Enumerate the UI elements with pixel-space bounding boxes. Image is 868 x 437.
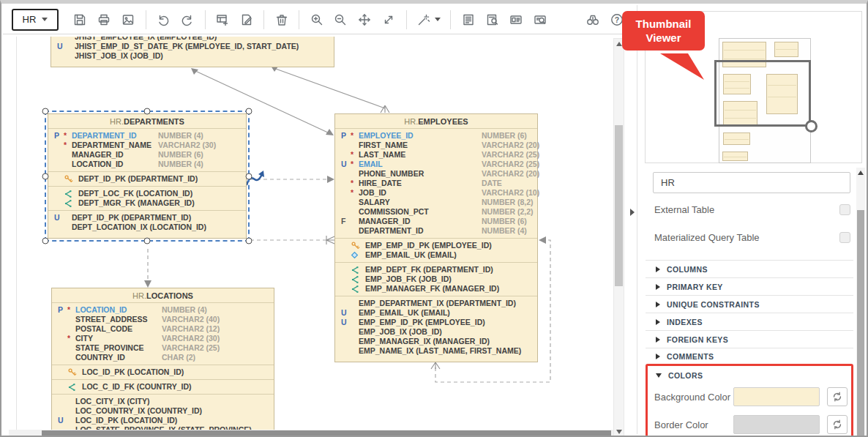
column-row[interactable]: P*LOCATION_IDNUMBER (4) — [58, 305, 271, 315]
table-name-input[interactable] — [653, 172, 850, 193]
column-row[interactable]: LOCATION_IDNUMBER (4) — [54, 160, 243, 169]
selection-handle[interactable] — [42, 108, 49, 115]
index-row[interactable]: EMP_MANAGER_IX (MANAGER_ID) — [341, 337, 534, 346]
index-row[interactable]: LOC_STATE_PROVINCE_IX (STATE_PROVINCE) — [58, 425, 271, 430]
card-view-button[interactable] — [506, 9, 526, 31]
schema-select[interactable]: HR — [12, 9, 59, 31]
diagram-canvas[interactable]: JHIST_EMPLOYEE_IX (EMPLOYEE_ID)UJHIST_EM… — [7, 37, 613, 430]
zoom-out-button[interactable] — [331, 9, 351, 31]
border-color-reset-button[interactable] — [827, 415, 848, 434]
card-search-button[interactable] — [531, 9, 550, 31]
redo-button[interactable] — [178, 9, 198, 31]
pan-fit-button[interactable] — [355, 9, 375, 31]
thumbnail-viewport-rect[interactable] — [714, 60, 811, 127]
index-row[interactable]: JHIST_JOB_IX (JOB_ID) — [57, 51, 331, 61]
print-button[interactable] — [94, 9, 114, 31]
key-row[interactable]: LOC_C_ID_FK (COUNTRY_ID) — [58, 382, 271, 392]
table-locations[interactable]: HR.LOCATIONSP*LOCATION_IDNUMBER (4)STREE… — [51, 288, 274, 430]
external-table-checkbox[interactable] — [839, 204, 850, 215]
thumbnail-viewport-resize-handle[interactable] — [805, 120, 818, 132]
selection-handle[interactable] — [42, 238, 49, 244]
key-row[interactable]: DEPT_ID_PK (DEPARTMENT_ID) — [54, 174, 243, 184]
save-button[interactable] — [70, 9, 90, 31]
zoom-in-button[interactable] — [307, 9, 326, 31]
index-row[interactable]: UJHIST_EMP_ID_ST_DATE_PK (EMPLOYEE_ID, S… — [57, 42, 331, 51]
index-row[interactable]: JHIST_EMPLOYEE_IX (EMPLOYEE_ID) — [57, 37, 331, 42]
add-table-button[interactable] — [212, 9, 232, 31]
column-row[interactable]: PHONE_NUMBERVARCHAR2 (20) — [341, 169, 534, 179]
index-row[interactable]: LOC_CITY_IX (CITY) — [58, 397, 271, 406]
section-columns[interactable]: COLUMNS — [646, 260, 853, 277]
section-comments[interactable]: COMMENTS — [646, 348, 853, 365]
index-row[interactable]: UEMP_EMP_ID_PK (EMPLOYEE_ID) — [341, 318, 534, 327]
key-row[interactable]: EMP_EMAIL_UK (EMAIL) — [341, 250, 534, 260]
background-color-reset-button[interactable] — [827, 387, 848, 406]
column-row[interactable]: *DEPARTMENT_NAMEVARCHAR2 (30) — [54, 141, 243, 150]
scroll-up-arrow-icon[interactable] — [616, 42, 622, 46]
key-row[interactable]: EMP_MANAGER_FK (MANAGER_ID) — [341, 284, 534, 294]
resize-diagonal-button[interactable] — [379, 9, 399, 31]
selection-handle[interactable] — [246, 108, 252, 115]
scroll-down-arrow-icon[interactable] — [616, 430, 622, 434]
section-foreign-keys[interactable]: FOREIGN KEYS — [646, 330, 853, 348]
column-row[interactable]: SALARYNUMBER (8,2) — [341, 198, 534, 207]
key-row[interactable]: EMP_EMP_ID_PK (EMPLOYEE_ID) — [341, 241, 534, 250]
column-row[interactable]: POSTAL_CODEVARCHAR2 (12) — [58, 324, 271, 334]
background-color-swatch[interactable] — [733, 387, 820, 406]
column-row[interactable]: *HIRE_DATEDATE — [341, 179, 534, 188]
find-button[interactable] — [583, 9, 602, 31]
key-row[interactable]: EMP_DEPT_FK (DEPARTMENT_ID) — [341, 265, 534, 274]
index-row[interactable]: EMP_DEPARTMENT_IX (DEPARTMENT_ID) — [341, 299, 534, 308]
column-row[interactable]: COMMISSION_PCTNUMBER (2,2) — [341, 207, 534, 217]
key-row[interactable]: LOC_ID_PK (LOCATION_ID) — [58, 367, 271, 377]
index-row[interactable]: EMP_NAME_IX (LAST_NAME, FIRST_NAME) — [341, 346, 534, 356]
table-employees[interactable]: HR.EMPLOYEESP*EMPLOYEE_IDNUMBER (6)FIRST… — [334, 113, 538, 362]
column-row[interactable]: *JOB_IDVARCHAR2 (10) — [341, 188, 534, 198]
table-header[interactable]: HR.EMPLOYEES — [335, 114, 537, 129]
undo-button[interactable] — [154, 9, 173, 31]
column-row[interactable]: STATE_PROVINCEVARCHAR2 (25) — [58, 343, 271, 353]
selection-handle[interactable] — [42, 173, 49, 179]
selection-handle[interactable] — [246, 238, 252, 244]
help-button[interactable]: ? — [607, 9, 626, 31]
index-row[interactable]: EMP_JOB_IX (JOB_ID) — [341, 327, 534, 337]
section-unique-constraints[interactable]: UNIQUE CONSTRAINTS — [646, 295, 853, 313]
table-header[interactable]: HR.LOCATIONS — [52, 288, 274, 303]
sidebar-scroll-thumb[interactable] — [857, 210, 864, 436]
export-image-button[interactable] — [119, 9, 138, 31]
splitter-collapse-icon[interactable] — [630, 209, 635, 216]
report-search-button[interactable] — [482, 9, 502, 31]
index-row[interactable]: ULOC_ID_PK (LOCATION_ID) — [58, 416, 271, 425]
magic-wand-button[interactable] — [414, 9, 444, 31]
table-departments[interactable]: HR.DEPARTMENTSP*DEPARTMENT_IDNUMBER (4)*… — [48, 113, 247, 239]
border-color-swatch[interactable] — [733, 415, 820, 434]
panel-splitter[interactable] — [637, 5, 637, 434]
edit-document-button[interactable] — [236, 9, 256, 31]
table-job-history-partial[interactable]: JHIST_EMPLOYEE_IX (EMPLOYEE_ID)UJHIST_EM… — [50, 37, 334, 67]
selection-handle[interactable] — [144, 238, 151, 244]
column-row[interactable]: STREET_ADDRESSVARCHAR2 (40) — [58, 315, 271, 324]
section-indexes[interactable]: INDEXES — [646, 313, 853, 330]
column-row[interactable]: COUNTRY_IDCHAR (2) — [58, 353, 271, 362]
key-row[interactable]: DEPT_LOC_FK (LOCATION_ID) — [54, 189, 243, 198]
index-row[interactable]: DEPT_LOCATION_IX (LOCATION_ID) — [54, 223, 243, 232]
scroll-up-arrow-icon[interactable] — [858, 171, 864, 175]
column-row[interactable]: P*EMPLOYEE_IDNUMBER (6) — [341, 131, 534, 141]
index-row[interactable]: LOC_COUNTRY_IX (COUNTRY_ID) — [58, 406, 271, 416]
canvas-vertical-scrollbar[interactable] — [613, 38, 624, 437]
column-row[interactable]: *LAST_NAMEVARCHAR2 (25) — [341, 150, 534, 160]
column-row[interactable]: MANAGER_IDNUMBER (6) — [54, 150, 243, 160]
key-row[interactable]: DEPT_MGR_FK (MANAGER_ID) — [54, 198, 243, 208]
column-row[interactable]: *CITYVARCHAR2 (30) — [58, 334, 271, 343]
column-row[interactable]: FIRST_NAMEVARCHAR2 (20) — [341, 141, 534, 150]
selection-handle[interactable] — [246, 173, 252, 179]
materialized-query-table-checkbox[interactable] — [839, 232, 850, 243]
sidebar-scrollbar[interactable] — [856, 168, 865, 437]
index-row[interactable]: UDEPT_ID_PK (DEPARTMENT_ID) — [54, 213, 243, 223]
delete-button[interactable] — [272, 9, 291, 31]
column-row[interactable]: FMANAGER_IDNUMBER (6) — [341, 217, 534, 226]
selection-handle[interactable] — [144, 108, 151, 115]
section-colors[interactable]: COLORS — [656, 371, 703, 380]
table-header[interactable]: HR.DEPARTMENTS — [48, 114, 246, 129]
index-row[interactable]: UEMP_EMAIL_UK (EMAIL) — [341, 308, 534, 318]
